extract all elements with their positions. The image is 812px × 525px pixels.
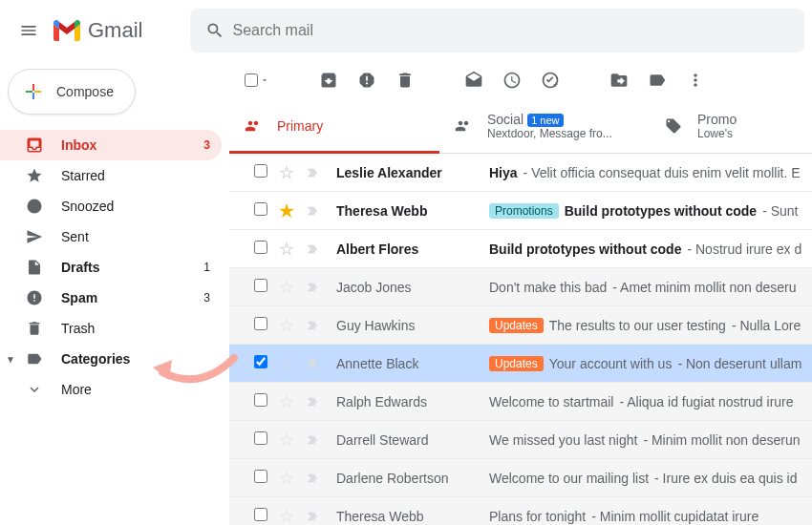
sidebar-item-sent[interactable]: Sent xyxy=(0,221,222,252)
sender: Theresa Webb xyxy=(336,509,489,524)
star-icon[interactable]: ★ xyxy=(279,200,298,221)
important-icon[interactable] xyxy=(306,471,325,486)
sender: Annette Black xyxy=(336,356,489,371)
snippet: - Amet minim mollit non deseru xyxy=(612,280,796,295)
nav-count: 3 xyxy=(203,291,210,304)
report-spam-button[interactable] xyxy=(357,71,376,90)
email-row[interactable]: ⋮⋮☆Darlene RobertsonWelcome to our maili… xyxy=(229,459,812,497)
sender: Darrell Steward xyxy=(336,432,489,448)
sidebar-item-spam[interactable]: Spam3 xyxy=(0,283,222,313)
row-checkbox[interactable] xyxy=(254,164,273,180)
sidebar-item-inbox[interactable]: Inbox3 xyxy=(0,130,222,160)
row-checkbox[interactable] xyxy=(254,202,273,219)
star-icon[interactable]: ☆ xyxy=(279,353,298,374)
email-row[interactable]: ⋮⋮☆Jacob JonesDon't make this bad - Amet… xyxy=(229,268,812,306)
row-checkbox[interactable] xyxy=(254,393,273,410)
nav-label: More xyxy=(61,382,210,397)
star-icon[interactable]: ☆ xyxy=(279,239,298,260)
email-row[interactable]: ⋮⋮☆Annette BlackUpdatesYour account with… xyxy=(229,345,812,383)
nav-label: Categories xyxy=(61,351,210,367)
important-icon[interactable] xyxy=(306,318,325,333)
tab-social[interactable]: Social1 newNextdoor, Message fro... xyxy=(439,99,650,153)
subject: Don't make this bad xyxy=(489,280,607,295)
row-checkbox[interactable] xyxy=(254,279,273,295)
row-checkbox[interactable] xyxy=(254,431,273,448)
sidebar-item-more[interactable]: More xyxy=(0,374,222,405)
email-row[interactable]: ⋮⋮☆Darrell StewardWe missed you last nig… xyxy=(229,421,812,459)
sidebar-item-trash[interactable]: Trash xyxy=(0,313,222,344)
important-icon[interactable] xyxy=(306,165,325,180)
important-icon[interactable] xyxy=(306,509,325,524)
sidebar-item-snoozed[interactable]: Snoozed xyxy=(0,191,222,221)
mark-read-button[interactable] xyxy=(464,71,483,90)
star-icon[interactable]: ☆ xyxy=(279,430,298,451)
tab-primary[interactable]: Primary xyxy=(229,99,439,153)
important-icon[interactable] xyxy=(306,242,325,257)
star-icon[interactable]: ☆ xyxy=(279,277,298,298)
snippet: - Nulla Lore xyxy=(732,318,801,333)
snippet: - Velit officia consequat duis enim veli… xyxy=(524,165,801,180)
sender: Leslie Alexander xyxy=(336,165,489,180)
important-icon[interactable] xyxy=(306,394,325,410)
star-icon[interactable]: ☆ xyxy=(279,162,298,183)
search-bar[interactable] xyxy=(190,9,804,52)
gmail-logo[interactable]: Gmail xyxy=(53,18,142,43)
row-checkbox[interactable] xyxy=(254,470,273,486)
row-checkbox[interactable] xyxy=(254,317,273,333)
category-tag: Updates xyxy=(489,356,544,371)
row-checkbox[interactable] xyxy=(254,508,273,524)
email-row[interactable]: ⋮⋮☆Theresa WebbPlans for tonight - Minim… xyxy=(229,497,812,525)
compose-button[interactable]: Compose xyxy=(8,69,136,115)
tab-badge: 1 new xyxy=(527,114,563,127)
label-icon xyxy=(25,349,44,368)
important-icon[interactable] xyxy=(306,280,325,295)
sender: Ralph Edwards xyxy=(336,394,489,410)
row-checkbox[interactable] xyxy=(254,355,273,371)
important-icon[interactable] xyxy=(306,203,325,219)
compose-label: Compose xyxy=(56,84,114,99)
delete-button[interactable] xyxy=(395,71,415,90)
search-icon[interactable] xyxy=(198,13,232,48)
tab-icon xyxy=(455,117,472,135)
move-to-button[interactable] xyxy=(609,71,629,90)
nav-count: 1 xyxy=(203,261,210,274)
nav-label: Spam xyxy=(61,290,203,305)
nav-label: Snoozed xyxy=(61,199,210,214)
sidebar: Compose Inbox3StarredSnoozedSentDrafts1S… xyxy=(0,61,229,525)
subject: Hiya xyxy=(489,165,518,180)
email-row[interactable]: ⋮⋮☆Guy HawkinsUpdatesThe results to our … xyxy=(229,306,812,345)
email-row[interactable]: ⋮⋮★Theresa WebbPromotionsBuild prototype… xyxy=(229,192,812,230)
tab-sub: Nextdoor, Message fro... xyxy=(487,127,612,140)
sidebar-item-drafts[interactable]: Drafts1 xyxy=(0,252,222,283)
add-task-button[interactable] xyxy=(541,71,560,90)
draft-icon xyxy=(25,258,44,277)
star-icon[interactable]: ☆ xyxy=(279,506,298,526)
star-icon[interactable]: ☆ xyxy=(279,315,298,336)
subject: We missed you last night xyxy=(489,432,637,448)
sidebar-item-starred[interactable]: Starred xyxy=(0,160,222,191)
tab-promo[interactable]: PromoLowe's xyxy=(650,99,812,153)
important-icon[interactable] xyxy=(306,432,325,448)
select-all-checkbox[interactable] xyxy=(245,74,269,87)
drag-handle-icon[interactable]: ⋮⋮ xyxy=(239,357,248,370)
sidebar-item-categories[interactable]: ▼Categories xyxy=(0,344,222,374)
search-input[interactable] xyxy=(232,22,797,39)
email-row[interactable]: ⋮⋮☆Ralph EdwardsWelcome to startmail - A… xyxy=(229,383,812,421)
sender: Theresa Webb xyxy=(336,203,489,219)
snippet: - Non deserunt ullam xyxy=(677,356,801,371)
star-icon[interactable]: ☆ xyxy=(279,468,298,489)
email-row[interactable]: ⋮⋮☆Albert FloresBuild prototypes without… xyxy=(229,230,812,268)
labels-button[interactable] xyxy=(648,71,667,90)
important-icon[interactable] xyxy=(306,356,325,371)
row-checkbox[interactable] xyxy=(254,241,273,257)
subject: Welcome to startmail xyxy=(489,394,613,410)
star-icon xyxy=(25,166,44,185)
category-tag: Updates xyxy=(489,318,544,333)
nav-label: Drafts xyxy=(61,260,203,275)
more-button[interactable] xyxy=(686,71,705,90)
archive-button[interactable] xyxy=(319,71,338,90)
email-row[interactable]: ⋮⋮☆Leslie AlexanderHiya - Velit officia … xyxy=(229,154,812,192)
star-icon[interactable]: ☆ xyxy=(279,391,298,412)
snooze-button[interactable] xyxy=(502,71,522,90)
main-menu-button[interactable] xyxy=(8,10,50,52)
